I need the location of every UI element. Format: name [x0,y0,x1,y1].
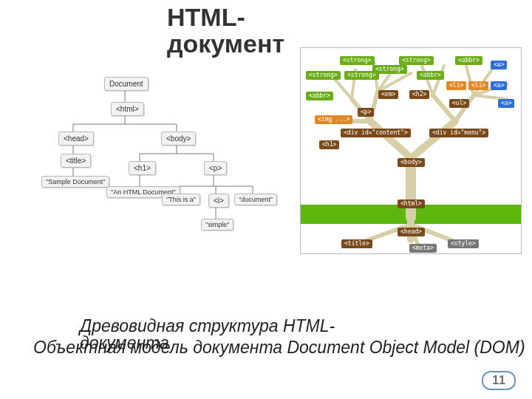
tag-em: <em> [378,90,398,99]
tag-strong2: <strong> [340,56,375,65]
page-number: 11 [482,371,516,390]
tag-ul: <ul> [449,99,469,108]
node-title: <title> [61,154,91,168]
caption-dom: Объектная модель документа Document Obje… [33,338,525,358]
node-title-text: "Sample Document" [41,176,109,188]
node-p-text2: "document" [234,194,277,205]
svg-line-33 [466,66,474,95]
tag-a3: <a> [498,99,514,108]
svg-line-22 [370,92,378,121]
node-i: <i> [208,194,229,208]
node-html: <html> [111,102,144,116]
tag-a2: <a> [491,81,507,90]
node-body: <body> [161,132,196,146]
tag-h1: <h1> [319,140,339,149]
tag-a1: <a> [491,61,507,69]
tag-li1: <li> [446,81,466,90]
tag-p: <p> [358,108,374,117]
tag-div-menu: <div id="menu"> [429,129,488,137]
tag-li2: <li> [468,81,488,90]
tag-meta: <meta> [409,244,437,253]
slide-title: HTML- документ [167,4,284,57]
tag-abbr2: <abbr> [417,71,444,80]
node-p: <p> [204,161,227,175]
title-line-2: документ [167,31,284,58]
tag-strong1: <strong> [306,71,341,80]
svg-line-32 [433,66,444,95]
title-line-1: HTML- [167,4,284,31]
tag-style: <style> [448,239,479,248]
svg-line-19 [370,121,411,158]
node-i-text: "simple" [201,219,233,231]
svg-line-20 [411,121,455,158]
tag-abbr3: <abbr> [455,56,482,65]
tag-head: <head> [398,228,425,236]
node-h1: <h1> [129,161,156,175]
tag-strong4: <strong> [372,65,407,74]
dom-tree-illustration: <body> <html> <head> <title> <meta> <sty… [300,47,522,254]
node-head: <head> [58,132,94,146]
node-document: Document [104,77,149,91]
tag-abbr1: <abbr> [306,92,333,100]
node-p-text1: "This is a" [162,194,200,205]
tag-body: <body> [398,158,425,167]
tag-h2: <h2> [409,90,429,99]
dom-tree-diagram: Document <html> <head> <body> <title> "S… [33,77,291,276]
tag-title: <title> [341,239,372,248]
caption1-line1: Древовидная структура HTML- [80,318,335,335]
tag-html: <html> [398,200,425,208]
tag-strong5: <strong> [399,56,434,65]
tag-img: <img ...> [315,115,352,124]
tag-div-content: <div id="content"> [341,129,411,137]
